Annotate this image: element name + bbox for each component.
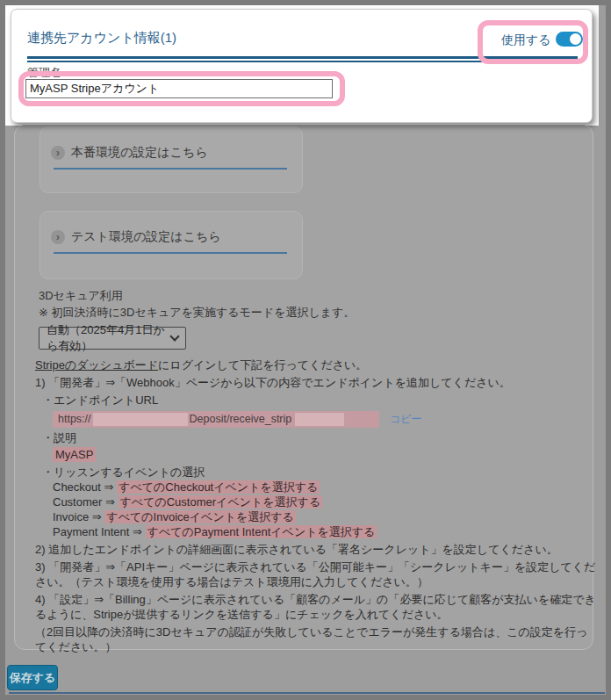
intro-rest: にログインして下記を行ってください。 <box>158 358 367 372</box>
event-name: Checkout <box>53 480 101 494</box>
event-action: すべてのPayment Intentイベントを選択する <box>146 525 377 538</box>
secure3d-note: ※ 初回決済時に3Dセキュアを実施するモードを選択します。 <box>39 305 355 321</box>
step4-text: 4) 「設定」⇒「Billing」ページに表示されている「顧客のメール」の「必要… <box>35 592 599 622</box>
url-path: Deposit/receive_strip <box>190 412 292 427</box>
event-row: Customer ⇒ すべてのCustomerイベントを選択する <box>53 494 599 509</box>
step4-note: （2回目以降の決済時に3Dセキュアの認証が失敗していることでエラーが発生する場合… <box>35 624 599 654</box>
description-value: MyASP <box>53 447 96 462</box>
event-action: すべてのInvoiceイベントを選択する <box>104 510 296 523</box>
secure3d-label: 3Dセキュア利用 <box>39 288 123 304</box>
endpoint-url-label: ・エンドポイントURL <box>35 393 599 408</box>
section-title-underline <box>27 56 578 62</box>
intro-line: Stripeのダッシュボードにログインして下記を行ってください。 <box>35 357 599 372</box>
account-section-card: 連携先アカウント情報(1) 使用する 管理名 <box>11 9 593 123</box>
event-row: Invoice ⇒ すべてのInvoiceイベントを選択する <box>53 509 599 524</box>
arrow-glyph: ⇒ <box>105 495 115 509</box>
event-action: すべてのCheckoutイベントを選択する <box>117 480 320 494</box>
event-row: Checkout ⇒ すべてのCheckoutイベントを選択する <box>53 480 599 494</box>
redaction-block <box>295 413 344 426</box>
chevron-right-icon: › <box>51 230 65 244</box>
endpoint-url-row: https:// Deposit/receive_strip コピー <box>53 411 599 428</box>
chevron-right-icon: › <box>51 146 65 160</box>
test-settings-panel: › テスト環境の設定はこちら <box>40 211 303 279</box>
production-settings-label: 本番環境の設定はこちら <box>71 145 208 161</box>
secure3d-selected-option: 自動（2025年4月1日から有効） <box>47 322 171 354</box>
arrow-glyph: ⇒ <box>133 525 142 538</box>
next-section-rule <box>9 692 605 694</box>
event-action: すべてのCustomerイベントを選択する <box>119 495 323 509</box>
production-settings-toggle[interactable]: › 本番環境の設定はこちら <box>51 145 208 161</box>
toggle-knob-icon <box>570 33 581 45</box>
arrow-glyph: ⇒ <box>104 480 114 494</box>
step2-text: 2) 追加したエンドポイントの詳細画面に表示されている「署名シークレット」を設定… <box>35 542 599 557</box>
use-toggle-switch[interactable] <box>556 32 583 47</box>
settings-page: 連携先アカウント情報(1) 使用する 管理名 › 本番環境の設定はこちら › テ… <box>0 0 611 700</box>
stripe-dashboard-link[interactable]: Stripeのダッシュボード <box>35 358 158 372</box>
production-settings-panel: › 本番環境の設定はこちら <box>40 126 303 193</box>
url-prefix: https:// <box>58 412 91 427</box>
description-label: ・説明 <box>35 430 599 445</box>
panel-underline <box>54 252 287 254</box>
setup-instructions: Stripeのダッシュボードにログインして下記を行ってください。 1) 「開発者… <box>35 355 599 654</box>
management-name-input[interactable] <box>25 79 333 98</box>
section-title: 連携先アカウント情報(1) <box>27 30 176 47</box>
panel-underline <box>54 168 287 170</box>
event-name: Customer <box>53 495 102 509</box>
listen-events-label: ・リッスンするイベントの選択 <box>35 465 599 480</box>
copy-url-button[interactable]: コピー <box>390 412 422 427</box>
event-name: Invoice <box>53 510 89 523</box>
endpoint-url-value: https:// Deposit/receive_strip <box>53 411 379 428</box>
test-settings-label: テスト環境の設定はこちら <box>71 229 221 245</box>
step3-text: 3) 「開発者」⇒「APIキー」ページに表示されている「公開可能キー」「シークレ… <box>35 559 599 589</box>
chevron-down-icon <box>169 331 179 341</box>
use-toggle-label: 使用する <box>501 32 551 48</box>
step1-text: 1) 「開発者」⇒「Webhook」ページから以下の内容でエンドポイントを追加し… <box>35 375 599 390</box>
secure3d-mode-select[interactable]: 自動（2025年4月1日から有効） <box>39 327 186 350</box>
redaction-block <box>93 413 188 426</box>
save-button[interactable]: 保存する <box>7 665 58 690</box>
event-name: Payment Intent <box>53 525 129 538</box>
arrow-glyph: ⇒ <box>92 510 102 523</box>
event-row: Payment Intent ⇒ すべてのPayment Intentイベントを… <box>53 524 599 539</box>
test-settings-toggle[interactable]: › テスト環境の設定はこちら <box>51 229 221 245</box>
